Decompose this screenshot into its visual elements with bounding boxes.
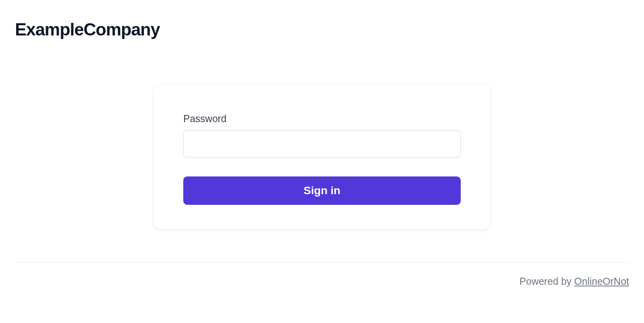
footer-prefix: Powered by: [519, 276, 574, 287]
password-input[interactable]: [183, 130, 461, 158]
footer-divider: [15, 262, 629, 263]
signin-card: Password Sign in: [154, 84, 490, 230]
password-label: Password: [183, 113, 461, 124]
footer-link[interactable]: OnlineOrNot: [574, 276, 629, 287]
signin-button[interactable]: Sign in: [183, 176, 461, 205]
brand-title: ExampleCompany: [15, 20, 160, 39]
footer-text: Powered by OnlineOrNot: [519, 276, 629, 287]
